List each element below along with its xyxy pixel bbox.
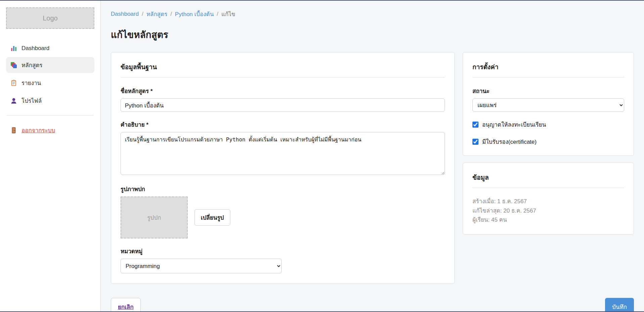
logo-text: Logo [43,14,58,22]
certificate-checkbox[interactable] [472,139,478,145]
clipboard-icon [10,80,17,86]
status-select[interactable]: เผยแพร่ [472,98,624,112]
breadcrumb-separator: / [170,11,172,17]
sidebar-divider [7,115,94,116]
sidebar-item-dashboard[interactable]: Dashboard [6,42,94,55]
settings-checkboxes: อนุญาตให้ลงทะเบียนเรียนมีใบรับรอง(certif… [472,120,624,146]
allow-enrollment-checkbox-row[interactable]: อนุญาตให้ลงทะเบียนเรียน [472,120,624,129]
bar-chart-icon [10,45,17,52]
info-heading: ข้อมูล [472,172,624,182]
cover-image-label: รูปภาพปก [121,184,445,193]
breadcrumb: Dashboard/หลักสูตร/Python เบื้องต้น/แก้ไ… [111,9,634,18]
info-card: ข้อมูล สร้างเมื่อ: 1 ธ.ค. 2567แก้ไขล่าสุ… [463,163,634,234]
settings-heading: การตั้งค่า [472,62,624,72]
sidebar-item-reports[interactable]: รายงาน [6,75,94,91]
breadcrumb-separator: / [217,11,219,17]
allow-enrollment-checkbox[interactable] [472,122,478,128]
actions-row: ยกเลิก บันทึก [111,298,634,312]
course-name-label: ชื่อหลักสูตร * [121,86,445,95]
save-button[interactable]: บันทึก [605,298,634,312]
card-divider [472,188,624,188]
breadcrumb-link[interactable]: Dashboard [111,11,139,17]
sidebar-item-logout[interactable]: ออกจากระบบ [6,122,94,138]
page-title: แก้ไขหลักสูตร [111,27,634,42]
sidebar-item-label: หลักสูตร [21,60,42,70]
cover-row: รูปปก เปลี่ยนรูป [121,196,445,238]
breadcrumb-separator: / [142,11,143,17]
description-label: คำอธิบาย * [121,120,445,129]
basic-info-heading: ข้อมูลพื้นฐาน [121,62,445,72]
sidebar: Logo Dashboardหลักสูตรรายงานโปรไฟล์ ออกจ… [0,1,101,311]
status-label: สถานะ [472,86,624,95]
card-divider [121,77,445,78]
cancel-button[interactable]: ยกเลิก [111,298,141,312]
sidebar-item-profile[interactable]: โปรไฟล์ [6,93,94,108]
sidebar-item-label: รายงาน [21,78,41,87]
sidebar-item-label: โปรไฟล์ [21,96,42,105]
category-select[interactable]: Programming [121,259,282,273]
allow-enrollment-checkbox-label: อนุญาตให้ลงทะเบียนเรียน [482,120,546,129]
category-field: หมวดหมู่ Programming [121,247,445,273]
sidebar-item-courses[interactable]: หลักสูตร [6,57,94,73]
sidebar-item-label: Dashboard [21,45,49,52]
main-content: Dashboard/หลักสูตร/Python เบื้องต้น/แก้ไ… [101,1,644,311]
category-label: หมวดหมู่ [121,247,445,256]
breadcrumb-link[interactable]: หลักสูตร [146,9,167,18]
sidebar-menu: Dashboardหลักสูตรรายงานโปรไฟล์ [6,42,94,108]
description-field: คำอธิบาย * เรียนรู้พื้นฐานการเขียนโปรแกร… [121,120,445,176]
content-row: ข้อมูลพื้นฐาน ชื่อหลักสูตร * คำอธิบาย * … [111,52,634,284]
description-textarea[interactable]: เรียนรู้พื้นฐานการเขียนโปรแกรมด้วยภาษา P… [121,132,445,175]
status-field: สถานะ เผยแพร่ [472,86,624,112]
course-name-field: ชื่อหลักสูตร * [121,86,445,112]
breadcrumb-current: แก้ไข [221,9,235,18]
right-column: การตั้งค่า สถานะ เผยแพร่ อนุญาตให้ลงทะเบ… [463,52,634,234]
app-window: Logo Dashboardหลักสูตรรายงานโปรไฟล์ ออกจ… [0,1,644,311]
basic-info-card: ข้อมูลพื้นฐาน ชื่อหลักสูตร * คำอธิบาย * … [111,52,455,284]
info-line: ผู้เรียน: 45 คน [472,215,624,225]
info-line: แก้ไขล่าสุด: 20 ธ.ค. 2567 [472,206,624,216]
person-icon [10,97,17,104]
certificate-checkbox-label: มีใบรับรอง(certificate) [482,137,537,146]
cover-image-placeholder: รูปปก [121,196,188,238]
breadcrumb-link[interactable]: Python เบื้องต้น [175,9,214,18]
course-name-input[interactable] [121,98,445,112]
logo-placeholder: Logo [6,7,94,29]
info-lines: สร้างเมื่อ: 1 ธ.ค. 2567แก้ไขล่าสุด: 20 ธ… [472,197,624,225]
settings-card: การตั้งค่า สถานะ เผยแพร่ อนุญาตให้ลงทะเบ… [463,52,634,156]
card-divider [472,77,624,78]
cover-image-field: รูปภาพปก รูปปก เปลี่ยนรูป [121,184,445,238]
door-icon [10,127,17,134]
books-icon [10,62,17,69]
logout-label: ออกจากระบบ [21,126,55,135]
cover-placeholder-text: รูปปก [147,213,161,222]
change-image-button[interactable]: เปลี่ยนรูป [194,209,230,226]
cancel-button-label: ยกเลิก [118,304,134,310]
info-line: สร้างเมื่อ: 1 ธ.ค. 2567 [472,197,624,206]
certificate-checkbox-row[interactable]: มีใบรับรอง(certificate) [472,137,624,146]
